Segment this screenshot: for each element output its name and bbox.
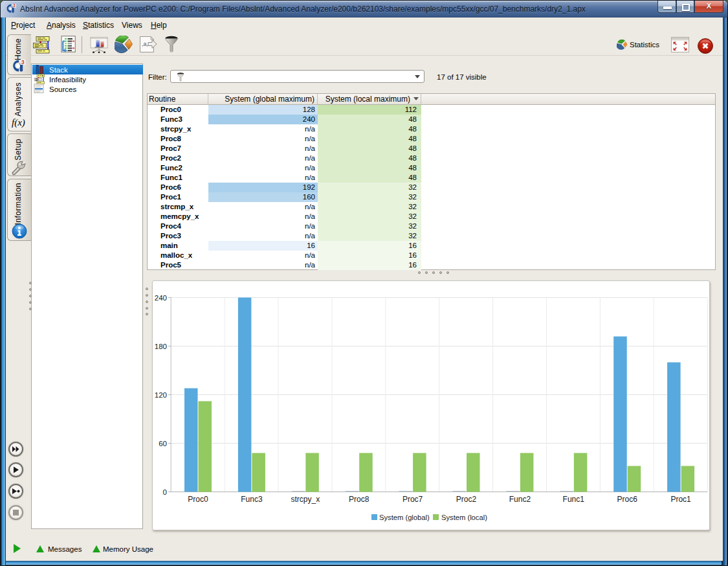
svg-text:System (local): System (local) bbox=[441, 514, 487, 521]
svg-text:0: 0 bbox=[163, 488, 167, 496]
svg-text:Func1: Func1 bbox=[563, 495, 585, 504]
svg-text:Func3: Func3 bbox=[241, 495, 263, 504]
svg-text:120: 120 bbox=[155, 391, 167, 399]
svg-text:Proc0: Proc0 bbox=[188, 495, 208, 504]
svg-text:Func2: Func2 bbox=[509, 495, 531, 504]
svg-text:Proc2: Proc2 bbox=[456, 495, 477, 504]
svg-text:Proc7: Proc7 bbox=[403, 495, 423, 504]
svg-text:Proc8: Proc8 bbox=[349, 495, 370, 504]
svg-text:180: 180 bbox=[155, 343, 167, 350]
svg-text:3: 3 bbox=[21, 59, 25, 65]
svg-text:240: 240 bbox=[155, 294, 167, 302]
svg-text:strcpy_x: strcpy_x bbox=[291, 495, 320, 504]
svg-text:System (global): System (global) bbox=[379, 514, 430, 521]
svg-text:3: 3 bbox=[13, 3, 16, 8]
svg-text:,a,: ,a, bbox=[142, 41, 148, 47]
svg-text:Proc1: Proc1 bbox=[670, 495, 691, 504]
svg-text:Proc6: Proc6 bbox=[617, 495, 638, 504]
svg-text:60: 60 bbox=[159, 440, 167, 447]
